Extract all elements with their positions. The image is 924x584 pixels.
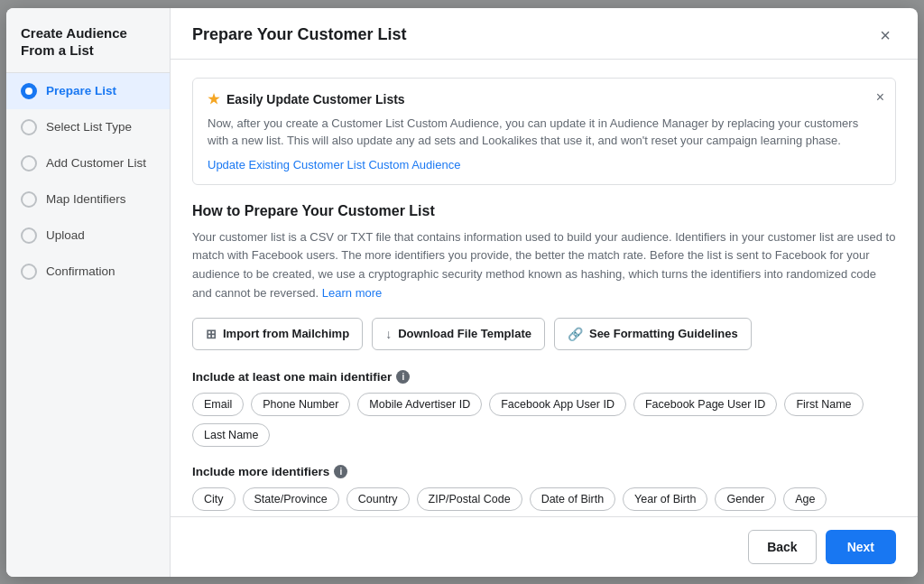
tag-year-of-birth: Year of Birth: [623, 487, 707, 511]
tag-gender: Gender: [715, 487, 776, 511]
sidebar-title: Create Audience From a List: [6, 8, 170, 73]
section-title: How to Prepare Your Customer List: [192, 203, 896, 219]
step-circle-prepare-list: [21, 83, 37, 99]
tag-facebook-app-user-id: Facebook App User ID: [489, 393, 626, 416]
step-circle-add-customer-list: [21, 155, 37, 171]
main-body: ★ Easily Update Customer Lists × Now, af…: [171, 60, 918, 516]
link-icon: 🔗: [568, 327, 583, 341]
sidebar-item-label-add-customer-list: Add Customer List: [46, 156, 146, 170]
more-identifier-tags: CityState/ProvinceCountryZIP/Postal Code…: [192, 487, 896, 511]
step-circle-upload: [21, 227, 37, 244]
tag-mobile-advertiser-id: Mobile Advertiser ID: [357, 393, 482, 416]
sidebar-item-prepare-list[interactable]: Prepare List: [6, 73, 170, 109]
sidebar-item-label-map-identifiers: Map Identifiers: [46, 192, 126, 206]
main-footer: Back Next: [171, 516, 918, 577]
star-icon: ★: [208, 91, 219, 107]
more-identifier-info-icon[interactable]: i: [334, 465, 347, 478]
sidebar-item-label-confirmation: Confirmation: [46, 264, 116, 278]
sidebar: Create Audience From a List Prepare List…: [6, 8, 171, 577]
banner-close-button[interactable]: ×: [876, 89, 884, 106]
banner-link[interactable]: Update Existing Customer List Custom Aud…: [208, 158, 460, 171]
step-circle-confirmation: [21, 264, 37, 280]
section-description: Your customer list is a CSV or TXT file …: [192, 228, 896, 303]
close-button[interactable]: ×: [874, 24, 896, 46]
download-template-button[interactable]: ↓ Download File Template: [372, 318, 545, 350]
import-mailchimp-button[interactable]: ⊞ Import from Mailchimp: [192, 318, 363, 350]
main-title: Prepare Your Customer List: [192, 25, 406, 44]
tag-state-province: State/Province: [243, 487, 339, 511]
main-header: Prepare Your Customer List ×: [171, 8, 918, 60]
main-identifier-label: Include at least one main identifier i: [192, 370, 896, 384]
tag-date-of-birth: Date of Birth: [530, 487, 615, 511]
sidebar-item-upload[interactable]: Upload: [6, 218, 170, 254]
sidebar-item-label-upload: Upload: [46, 228, 85, 242]
tag-last-name: Last Name: [192, 423, 270, 447]
tag-facebook-page-user-id: Facebook Page User ID: [633, 393, 777, 416]
modal: Create Audience From a List Prepare List…: [6, 8, 918, 577]
main-panel: Prepare Your Customer List × ★ Easily Up…: [171, 8, 918, 577]
formatting-guidelines-button[interactable]: 🔗 See Formatting Guidelines: [554, 318, 752, 350]
next-button[interactable]: Next: [826, 530, 896, 564]
tag-city: City: [192, 487, 236, 511]
download-icon: ↓: [385, 327, 392, 341]
back-button[interactable]: Back: [748, 530, 816, 564]
learn-more-link[interactable]: Learn more: [322, 286, 382, 300]
info-banner: ★ Easily Update Customer Lists × Now, af…: [192, 78, 896, 185]
tag-email: Email: [192, 393, 244, 416]
sidebar-item-map-identifiers[interactable]: Map Identifiers: [6, 181, 170, 218]
sidebar-item-select-list-type[interactable]: Select List Type: [6, 109, 170, 145]
action-buttons: ⊞ Import from Mailchimp ↓ Download File …: [192, 318, 896, 350]
sidebar-item-add-customer-list[interactable]: Add Customer List: [6, 145, 170, 181]
import-icon: ⊞: [206, 327, 217, 341]
tag-phone-number: Phone Number: [251, 393, 350, 416]
main-identifiers-section: Include at least one main identifier i E…: [192, 370, 896, 447]
tag-age: Age: [783, 487, 827, 511]
step-circle-map-identifiers: [21, 191, 37, 208]
sidebar-item-label-prepare-list: Prepare List: [46, 84, 116, 97]
tag-country: Country: [346, 487, 410, 511]
tag-first-name: First Name: [784, 393, 863, 416]
sidebar-item-confirmation[interactable]: Confirmation: [6, 254, 170, 290]
more-identifiers-section: Include more identifiers i CityState/Pro…: [192, 465, 896, 511]
modal-overlay: Create Audience From a List Prepare List…: [0, 0, 924, 584]
sidebar-item-label-select-list-type: Select List Type: [46, 120, 132, 134]
banner-title: ★ Easily Update Customer Lists: [208, 91, 881, 107]
main-identifier-tags: EmailPhone NumberMobile Advertiser IDFac…: [192, 393, 896, 447]
main-identifier-info-icon[interactable]: i: [396, 370, 410, 384]
banner-body: Now, after you create a Customer List Cu…: [208, 115, 881, 150]
tag-zip-postal-code: ZIP/Postal Code: [417, 487, 522, 511]
step-circle-select-list-type: [21, 119, 37, 135]
more-identifier-label: Include more identifiers i: [192, 465, 896, 478]
